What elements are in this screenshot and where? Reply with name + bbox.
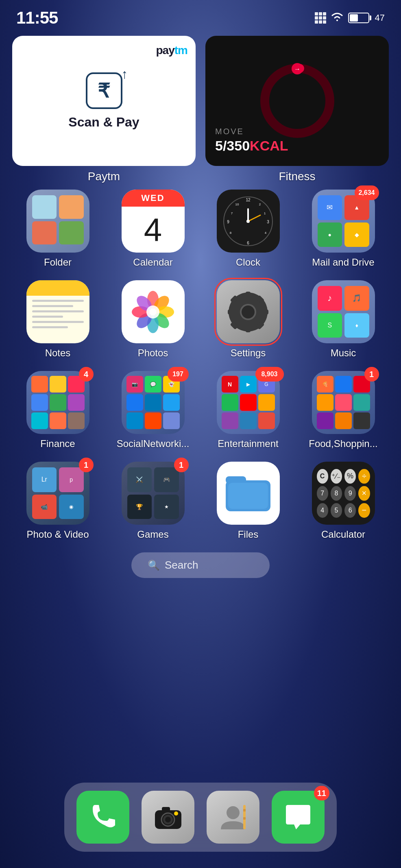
photos-flower: [131, 290, 175, 334]
settings-label: Settings: [231, 347, 266, 359]
games-label: Games: [137, 529, 168, 540]
dock-messages[interactable]: 11: [272, 791, 325, 844]
dock-phone[interactable]: [76, 791, 129, 844]
calendar-label: Calendar: [133, 257, 172, 268]
app-grid-row2: Notes Photos: [12, 280, 389, 359]
games-badge: 1: [174, 458, 189, 472]
app-photos[interactable]: Photos: [107, 280, 198, 359]
battery-icon: 47: [348, 13, 385, 23]
music-label: Music: [331, 347, 356, 359]
folder-label: Folder: [44, 257, 72, 268]
fitness-widget[interactable]: → MOVE 5/350KCAL: [205, 36, 389, 166]
app-folder[interactable]: Folder: [12, 190, 103, 268]
calculator-label: Calculator: [321, 529, 365, 540]
search-bar[interactable]: 🔍 Search: [131, 552, 270, 578]
files-folder-svg: [226, 473, 270, 514]
search-container: 🔍 Search: [12, 552, 389, 578]
app-calendar[interactable]: WED 4 Calendar: [107, 190, 198, 268]
svg-rect-40: [228, 483, 268, 509]
app-notes[interactable]: Notes: [12, 280, 103, 359]
photo-video-icon: Lr p 📹 ◉: [26, 462, 89, 525]
status-time: 11:55: [16, 8, 58, 28]
svg-text:3: 3: [267, 220, 269, 224]
app-grid-row1: Folder WED 4 Calendar 12 3 6 9 10: [12, 190, 389, 268]
svg-point-26: [146, 305, 159, 318]
app-finance[interactable]: 4 Finance: [12, 371, 103, 449]
app-entertainment[interactable]: N ▶ G 8,903 Entertainment: [203, 371, 294, 449]
svg-point-46: [174, 811, 178, 816]
entertainment-badge: 8,903: [255, 367, 284, 382]
fitness-kcal: 5/350KCAL: [215, 138, 288, 154]
app-social[interactable]: 📷 💬 👻 197 SocialNetworki...: [107, 371, 198, 449]
clock-label: Clock: [236, 257, 260, 268]
battery-percent: 47: [375, 13, 385, 23]
paytm-widget-label: Paytm: [88, 170, 120, 183]
svg-text:1: 1: [264, 212, 266, 215]
messages-badge: 11: [314, 786, 329, 800]
svg-text:12: 12: [246, 198, 251, 202]
dock-camera[interactable]: [142, 791, 194, 844]
svg-text:7: 7: [231, 212, 233, 215]
wifi-icon: [330, 11, 344, 25]
food-badge: 1: [364, 367, 379, 382]
signal-icon: [315, 12, 326, 24]
paytm-label: Scan & Pay: [68, 115, 139, 130]
phone-icon: [89, 803, 117, 831]
search-icon: 🔍: [148, 560, 160, 571]
svg-text:9: 9: [227, 220, 229, 224]
contacts-icon: [219, 803, 247, 831]
social-badge: 197: [168, 367, 189, 382]
app-mail-drive[interactable]: ✉ ▲ ● ◆ 2,634 Mail and Drive: [298, 190, 389, 268]
dock-contacts[interactable]: [207, 791, 259, 844]
svg-rect-42: [162, 807, 170, 812]
svg-rect-49: [243, 809, 246, 811]
mail-drive-label: Mail and Drive: [312, 257, 374, 268]
games-icon: ⚔️ 🎮 🏆 ★: [122, 462, 185, 525]
fitness-widget-label: Fitness: [279, 170, 315, 183]
svg-rect-39: [226, 476, 246, 484]
search-text: Search: [165, 559, 198, 571]
settings-icon: [217, 280, 280, 343]
notes-icon: [26, 280, 89, 343]
app-grid-row3: 4 Finance 📷 💬 👻 197 Social: [12, 371, 389, 449]
app-photo-video[interactable]: Lr p 📹 ◉ 1 Photo & Video: [12, 462, 103, 540]
svg-point-0: [265, 68, 330, 133]
main-content: paytm ₹ ↑ Scan & Pay Paytm: [0, 32, 401, 578]
paytm-widget[interactable]: paytm ₹ ↑ Scan & Pay: [12, 36, 196, 166]
calculator-icon: C ⁺∕₋ % ÷ 7 8 9 × 4 5 6 −: [312, 462, 375, 525]
svg-point-45: [165, 817, 171, 822]
music-icon: ♪ 🎵 S ♦: [312, 280, 375, 343]
calendar-icon: WED 4: [122, 190, 185, 253]
svg-rect-31: [228, 310, 235, 314]
calendar-day-name: WED: [122, 190, 185, 207]
social-label: SocialNetworki...: [117, 438, 190, 449]
calendar-day-num: 4: [122, 207, 185, 253]
messages-icon: [284, 803, 312, 831]
app-food[interactable]: 🍕 1 Food,Shoppin...: [298, 371, 389, 449]
app-games[interactable]: ⚔️ 🎮 🏆 ★ 1 Games: [107, 462, 198, 540]
app-files[interactable]: Files: [203, 462, 294, 540]
photos-label: Photos: [138, 347, 168, 359]
svg-text:→: →: [294, 65, 301, 72]
food-label: Food,Shoppin...: [309, 438, 377, 449]
app-settings[interactable]: Settings: [203, 280, 294, 359]
photos-icon: [122, 280, 185, 343]
app-clock[interactable]: 12 3 6 9 10 2 4 8 7 1: [203, 190, 294, 268]
entertainment-label: Entertainment: [218, 438, 278, 449]
settings-gear: [226, 290, 270, 334]
status-bar: 11:55 47: [0, 0, 401, 32]
app-music[interactable]: ♪ 🎵 S ♦ Music: [298, 280, 389, 359]
clock-icon: 12 3 6 9 10 2 4 8 7 1: [217, 190, 280, 253]
files-label: Files: [238, 529, 259, 540]
app-calculator[interactable]: C ⁺∕₋ % ÷ 7 8 9 × 4 5 6 − Calcul: [298, 462, 389, 540]
svg-point-37: [242, 305, 255, 318]
finance-icon: [26, 371, 89, 434]
camera-icon: [153, 803, 183, 831]
svg-rect-30: [246, 325, 251, 332]
photo-video-badge: 1: [79, 458, 94, 472]
finance-label: Finance: [40, 438, 75, 449]
food-icon: 🍕: [312, 371, 375, 434]
dock: 11: [64, 783, 337, 852]
clock-face: 12 3 6 9 10 2 4 8 7 1: [222, 195, 275, 248]
svg-text:8: 8: [230, 231, 232, 235]
